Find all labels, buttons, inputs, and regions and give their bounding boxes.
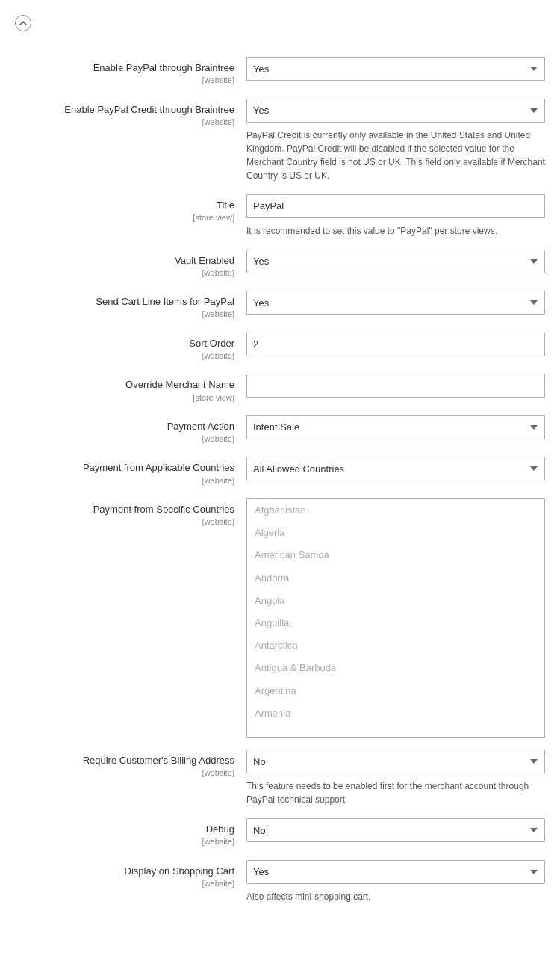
label-display_shopping_cart: Display on Shopping Cart[website]	[15, 860, 246, 890]
select-display_shopping_cart[interactable]: YesNo	[246, 860, 545, 884]
control-wrap-payment_specific_countries: AfghanistanAlgeriaAmerican SamoaAndorraA…	[246, 498, 545, 738]
section-header	[15, 15, 545, 39]
form-row-enable_paypal: Enable PayPal through Braintree[website]…	[15, 57, 545, 87]
list-item[interactable]: Armenia	[247, 702, 544, 725]
chevron-up-icon	[19, 19, 27, 27]
form-row-enable_paypal_credit: Enable PayPal Credit through Braintree[w…	[15, 99, 545, 182]
label-sort_order: Sort Order[website]	[15, 333, 246, 362]
control-wrap-override_merchant_name	[246, 374, 545, 398]
select-payment_action[interactable]: Intent SaleIntent Authorization	[246, 415, 545, 439]
list-item[interactable]: Afghanistan	[247, 499, 544, 522]
select-enable_paypal_credit[interactable]: YesNo	[246, 99, 545, 123]
select-wrapper-payment_applicable_countries: All Allowed CountriesSpecific Countries	[246, 457, 545, 480]
form-row-override_merchant_name: Override Merchant Name[store view]	[15, 374, 545, 404]
form-row-debug: Debug[website]NoYes	[15, 818, 545, 848]
select-wrapper-send_cart_line_items: YesNo	[246, 291, 545, 315]
label-vault_enabled: Vault Enabled[website]	[15, 250, 246, 279]
label-payment_action: Payment Action[website]	[15, 415, 246, 445]
list-item[interactable]: Angola	[247, 590, 544, 612]
control-wrap-sort_order	[246, 333, 545, 356]
control-wrap-send_cart_line_items: YesNo	[246, 291, 545, 315]
list-item[interactable]: Antigua & Barbuda	[247, 657, 544, 679]
control-wrap-enable_paypal_credit: YesNoPayPal Credit is currently only ava…	[246, 99, 545, 182]
select-wrapper-debug: NoYes	[246, 818, 545, 842]
hint-enable_paypal_credit: PayPal Credit is currently only availabl…	[246, 129, 545, 182]
form-row-sort_order: Sort Order[website]	[15, 333, 545, 362]
listbox-payment_specific_countries[interactable]: AfghanistanAlgeriaAmerican SamoaAndorraA…	[246, 498, 545, 738]
form-row-display_shopping_cart: Display on Shopping Cart[website]YesNoAl…	[15, 860, 545, 903]
label-send_cart_line_items: Send Cart Line Items for PayPal[website]	[15, 291, 246, 321]
list-item[interactable]: Anguilla	[247, 612, 544, 634]
list-item[interactable]: American Samoa	[247, 544, 544, 566]
input-title[interactable]	[246, 194, 545, 218]
label-override_merchant_name: Override Merchant Name[store view]	[15, 374, 246, 404]
select-wrapper-display_shopping_cart: YesNo	[246, 860, 545, 884]
select-payment_applicable_countries[interactable]: All Allowed CountriesSpecific Countries	[246, 457, 545, 480]
select-wrapper-require_billing_address: NoYes	[246, 750, 545, 773]
label-debug: Debug[website]	[15, 818, 246, 848]
select-wrapper-payment_action: Intent SaleIntent Authorization	[246, 415, 545, 439]
label-payment_specific_countries: Payment from Specific Countries[website]	[15, 498, 246, 528]
control-wrap-enable_paypal: YesNo	[246, 57, 545, 81]
select-enable_paypal[interactable]: YesNo	[246, 57, 545, 81]
control-wrap-payment_action: Intent SaleIntent Authorization	[246, 415, 545, 439]
hint-display_shopping_cart: Also affects mini-shopping cart.	[246, 890, 545, 903]
control-wrap-debug: NoYes	[246, 818, 545, 842]
hint-require_billing_address: This feature needs to be enabled first f…	[246, 779, 545, 806]
form-row-payment_applicable_countries: Payment from Applicable Countries[websit…	[15, 457, 545, 486]
list-item[interactable]: Antarctica	[247, 634, 544, 657]
form-row-require_billing_address: Require Customer's Billing Address[websi…	[15, 750, 545, 806]
select-wrapper-enable_paypal_credit: YesNo	[246, 99, 545, 123]
select-require_billing_address[interactable]: NoYes	[246, 750, 545, 773]
select-send_cart_line_items[interactable]: YesNo	[246, 291, 545, 315]
control-wrap-display_shopping_cart: YesNoAlso affects mini-shopping cart.	[246, 860, 545, 903]
control-wrap-require_billing_address: NoYesThis feature needs to be enabled fi…	[246, 750, 545, 806]
input-override_merchant_name[interactable]	[246, 374, 545, 398]
select-wrapper-enable_paypal: YesNo	[246, 57, 545, 81]
label-require_billing_address: Require Customer's Billing Address[websi…	[15, 750, 246, 779]
select-debug[interactable]: NoYes	[246, 818, 545, 842]
list-item[interactable]: Argentina	[247, 680, 544, 702]
form-container: Enable PayPal through Braintree[website]…	[15, 57, 545, 903]
form-row-send_cart_line_items: Send Cart Line Items for PayPal[website]…	[15, 291, 545, 321]
label-title: Title[store view]	[15, 194, 246, 224]
select-vault_enabled[interactable]: YesNo	[246, 250, 545, 273]
select-wrapper-vault_enabled: YesNo	[246, 250, 545, 273]
page-wrapper: Enable PayPal through Braintree[website]…	[0, 0, 560, 938]
list-item[interactable]: Algeria	[247, 522, 544, 544]
list-item[interactable]: Andorra	[247, 567, 544, 590]
label-enable_paypal: Enable PayPal through Braintree[website]	[15, 57, 246, 87]
form-row-payment_action: Payment Action[website]Intent SaleIntent…	[15, 415, 545, 445]
form-row-payment_specific_countries: Payment from Specific Countries[website]…	[15, 498, 545, 738]
control-wrap-vault_enabled: YesNo	[246, 250, 545, 273]
label-payment_applicable_countries: Payment from Applicable Countries[websit…	[15, 457, 246, 486]
collapse-button[interactable]	[15, 15, 31, 31]
input-sort_order[interactable]	[246, 333, 545, 356]
hint-title: It is recommended to set this value to "…	[246, 224, 545, 238]
form-row-vault_enabled: Vault Enabled[website]YesNo	[15, 250, 545, 279]
control-wrap-payment_applicable_countries: All Allowed CountriesSpecific Countries	[246, 457, 545, 480]
control-wrap-title: It is recommended to set this value to "…	[246, 194, 545, 238]
form-row-title: Title[store view]It is recommended to se…	[15, 194, 545, 238]
label-enable_paypal_credit: Enable PayPal Credit through Braintree[w…	[15, 99, 246, 129]
